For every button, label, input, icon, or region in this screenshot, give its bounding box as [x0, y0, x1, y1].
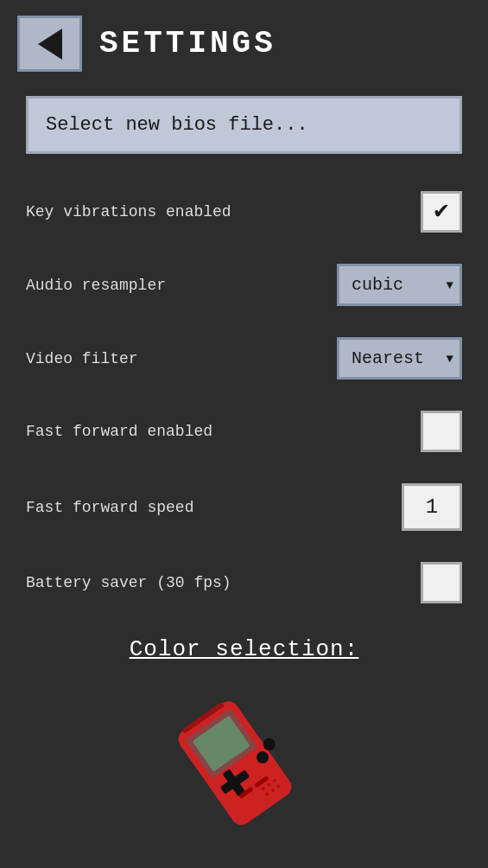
fast-forward-speed-input[interactable]: 1: [402, 483, 462, 531]
fast-forward-enabled-checkbox[interactable]: [421, 411, 462, 452]
video-filter-select[interactable]: Nearest Linear xBRZ: [337, 337, 462, 380]
fast-forward-enabled-label: Fast forward enabled: [26, 423, 212, 440]
key-vibrations-label: Key vibrations enabled: [26, 203, 231, 220]
audio-resampler-label: Audio resampler: [26, 277, 166, 294]
bios-select-button[interactable]: Select new bios file...: [26, 96, 462, 154]
header: Settings: [0, 0, 488, 87]
fast-forward-speed-row: Fast forward speed 1: [26, 468, 462, 546]
battery-saver-row: Battery saver (30 fps): [26, 546, 462, 619]
battery-saver-label: Battery saver (30 fps): [26, 574, 231, 591]
settings-content: Select new bios file... Key vibrations e…: [0, 87, 488, 684]
gameboy-svg: [175, 692, 314, 831]
fast-forward-speed-label: Fast forward speed: [26, 499, 193, 516]
checkmark-icon: ✔: [434, 200, 449, 224]
key-vibrations-row: Key vibrations enabled ✔: [26, 176, 462, 248]
back-arrow-icon: [38, 29, 62, 60]
audio-resampler-row: Audio resampler nearest linear cubic: [26, 248, 462, 322]
color-selection-title: Color selection:: [130, 636, 359, 662]
back-button[interactable]: [17, 16, 82, 72]
page-title: Settings: [99, 26, 276, 61]
video-filter-select-wrapper[interactable]: Nearest Linear xBRZ: [337, 337, 462, 380]
key-vibrations-checkbox[interactable]: ✔: [421, 191, 462, 233]
video-filter-row: Video filter Nearest Linear xBRZ: [26, 322, 462, 395]
gameboy-illustration: [0, 684, 488, 822]
audio-resampler-select-wrapper[interactable]: nearest linear cubic: [337, 264, 462, 306]
fast-forward-enabled-row: Fast forward enabled: [26, 395, 462, 468]
video-filter-label: Video filter: [26, 350, 138, 367]
battery-saver-checkbox[interactable]: [421, 562, 462, 603]
color-selection-section: Color selection:: [26, 619, 462, 675]
audio-resampler-select[interactable]: nearest linear cubic: [337, 264, 462, 306]
